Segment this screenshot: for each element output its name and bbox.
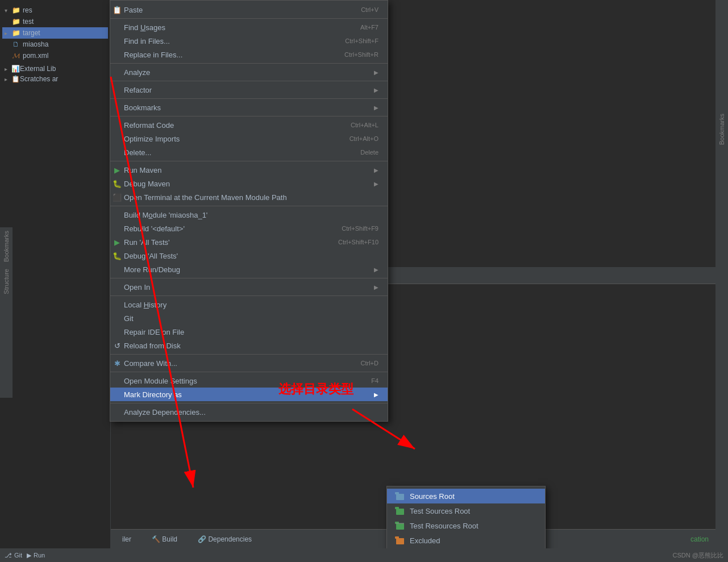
menu-item-local-history[interactable]: Local History — [110, 298, 388, 311]
menu-shortcut: Ctrl+Shift+F10 — [338, 239, 378, 245]
menu-item-run-all-tests[interactable]: ▶ Run 'All Tests' Ctrl+Shift+F10 — [110, 235, 388, 249]
menu-separator — [110, 63, 388, 64]
menu-item-reload-disk[interactable]: ↺ Reload from Disk — [110, 339, 388, 352]
xml-icon: 𝓜 — [11, 51, 20, 60]
menu-item-compare-with[interactable]: ✱ Compare With... Ctrl+D — [110, 356, 388, 370]
scratch-icon: 📋 — [11, 75, 20, 83]
menu-item-label: Reformat Code — [124, 121, 339, 130]
menu-shortcut: Ctrl+D — [361, 360, 378, 367]
menu-item-replace-in-files[interactable]: Replace in Files... Ctrl+Shift+R — [110, 48, 388, 61]
folder-icon: 📁 — [11, 6, 20, 15]
file-icon: 🗋 — [11, 40, 20, 49]
submenu-arrow: ▶ — [374, 392, 378, 398]
bookmarks-sidebar: Bookmarks — [715, 0, 728, 562]
tree-arrow: ▸ — [5, 66, 11, 72]
run-icon: ▶ — [113, 238, 122, 247]
build-tab-build[interactable]: 🔨 Build — [147, 533, 182, 546]
git-icon: ⎇ — [5, 552, 12, 559]
structure-tab-label[interactable]: Structure — [2, 265, 11, 298]
menu-item-repair-ide[interactable]: Repair IDE on File — [110, 325, 388, 339]
tree-label: pom.xml — [23, 52, 48, 60]
svg-rect-8 — [395, 536, 399, 539]
run-label: Run — [34, 552, 45, 559]
build-tab-deps[interactable]: 🔗 Dependencies — [193, 533, 256, 546]
menu-item-reformat[interactable]: Reformat Code Ctrl+Alt+L — [110, 118, 388, 132]
excluded-icon — [394, 536, 405, 545]
menu-item-label: Repair IDE on File — [124, 328, 378, 336]
menu-item-delete[interactable]: Delete... Delete — [110, 145, 388, 159]
submenu-item-test-resources-root[interactable]: Test Resources Root — [387, 518, 545, 533]
menu-item-refactor[interactable]: Refactor ▶ — [110, 83, 388, 97]
menu-shortcut: Ctrl+Shift+F — [345, 38, 378, 44]
menu-item-rebuild[interactable]: Rebuild '<default>' Ctrl+Shift+F9 — [110, 222, 388, 235]
menu-item-label: Run Maven — [124, 166, 369, 174]
menu-item-build-module[interactable]: Build Module 'miaosha_1' — [110, 208, 388, 222]
menu-item-more-run-debug[interactable]: More Run/Debug ▶ — [110, 263, 388, 276]
menu-item-analyze[interactable]: Analyze ▶ — [110, 65, 388, 79]
menu-shortcut: Ctrl+Alt+O — [350, 135, 378, 142]
submenu-item-label: Sources Root — [410, 492, 455, 501]
menu-item-label: Reload from Disk — [124, 342, 378, 350]
menu-item-label: Open In — [124, 283, 369, 292]
submenu-item-excluded[interactable]: Excluded — [387, 533, 545, 548]
left-vertical-tabs: Bookmarks Structure — [0, 227, 13, 398]
submenu-item-label: Test Resources Root — [410, 522, 479, 530]
menu-item-git[interactable]: Git — [110, 311, 388, 325]
menu-item-label: Paste — [124, 6, 350, 14]
bookmarks-tab-label[interactable]: Bookmarks — [2, 227, 11, 265]
menu-shortcut: Ctrl+V — [361, 6, 378, 13]
status-left: ⎇ Git ▶ Run — [5, 552, 45, 559]
paste-icon: 📋 — [113, 5, 122, 14]
menu-item-label: Local History — [124, 301, 378, 309]
menu-separator — [110, 295, 388, 296]
reload-icon: ↺ — [113, 341, 122, 350]
tree-item-extlib[interactable]: ▸ 📊 External Lib — [2, 64, 108, 74]
submenu-arrow: ▶ — [374, 267, 378, 273]
menu-item-open-in[interactable]: Open In ▶ — [110, 280, 388, 294]
svg-rect-4 — [396, 523, 404, 530]
menu-separator — [110, 403, 388, 403]
annotation-text: 选择目录类型 — [278, 381, 353, 398]
menu-separator — [110, 18, 388, 19]
menu-shortcut: Ctrl+Alt+L — [351, 122, 378, 128]
menu-separator — [110, 372, 388, 372]
menu-item-run-maven[interactable]: ▶ Run Maven ▶ — [110, 163, 388, 177]
menu-item-debug-maven[interactable]: 🐛 Debug Maven ▶ — [110, 177, 388, 190]
tree-item-target[interactable]: ▸ 📁 target — [2, 27, 108, 39]
git-button[interactable]: ⎇ Git — [5, 552, 22, 559]
menu-item-paste[interactable]: 📋 Paste Ctrl+V — [110, 3, 388, 16]
menu-item-label: Delete... — [124, 148, 349, 157]
maven-debug-icon: 🐛 — [113, 179, 122, 188]
menu-item-analyze-deps[interactable]: Analyze Dependencies... — [110, 405, 388, 419]
menu-item-debug-all-tests[interactable]: 🐛 Debug 'All Tests' — [110, 249, 388, 263]
file-tree: ▾ 📁 res 📁 test ▸ 📁 target 🗋 miaosha 𝓜 po… — [0, 0, 110, 89]
tree-item-res[interactable]: ▾ 📁 res — [2, 5, 108, 16]
folder-icon: 📁 — [11, 28, 20, 38]
submenu-item-test-sources-root[interactable]: Test Sources Root — [387, 503, 545, 518]
menu-item-label: Build Module 'miaosha_1' — [124, 211, 378, 219]
menu-item-optimize-imports[interactable]: Optimize Imports Ctrl+Alt+O — [110, 132, 388, 145]
menu-shortcut: Ctrl+Shift+R — [344, 51, 378, 58]
tree-item-test[interactable]: 📁 test — [2, 16, 108, 27]
menu-item-label: Analyze — [124, 68, 369, 77]
run-button[interactable]: ▶ Run — [27, 552, 45, 559]
menu-item-bookmarks[interactable]: Bookmarks ▶ — [110, 101, 388, 114]
submenu-arrow: ▶ — [374, 181, 378, 187]
tree-label: Scratches ar — [20, 75, 58, 83]
context-menu: 📋 Paste Ctrl+V Find Usages Alt+F7 Find i… — [110, 0, 388, 422]
test-sources-root-icon — [394, 506, 405, 515]
tree-item-scratches[interactable]: ▸ 📋 Scratches ar — [2, 74, 108, 84]
menu-separator — [110, 354, 388, 355]
menu-item-find-usages[interactable]: Find Usages Alt+F7 — [110, 20, 388, 34]
menu-item-find-in-files[interactable]: Find in Files... Ctrl+Shift+F — [110, 34, 388, 48]
submenu-item-sources-root[interactable]: Sources Root — [387, 489, 545, 503]
submenu-arrow: ▶ — [374, 69, 378, 76]
menu-separator — [110, 278, 388, 278]
bookmarks-label: Bookmarks — [718, 114, 725, 145]
tree-item-miaosha[interactable]: 🗋 miaosha — [2, 39, 108, 50]
menu-item-label: Find Usages — [124, 23, 349, 32]
tree-item-pom[interactable]: 𝓜 pom.xml — [2, 50, 108, 61]
menu-item-open-terminal[interactable]: ⬛ Open Terminal at the Current Maven Mod… — [110, 190, 388, 204]
build-tab-filer[interactable]: iler — [118, 533, 136, 546]
menu-item-label: Git — [124, 314, 378, 323]
